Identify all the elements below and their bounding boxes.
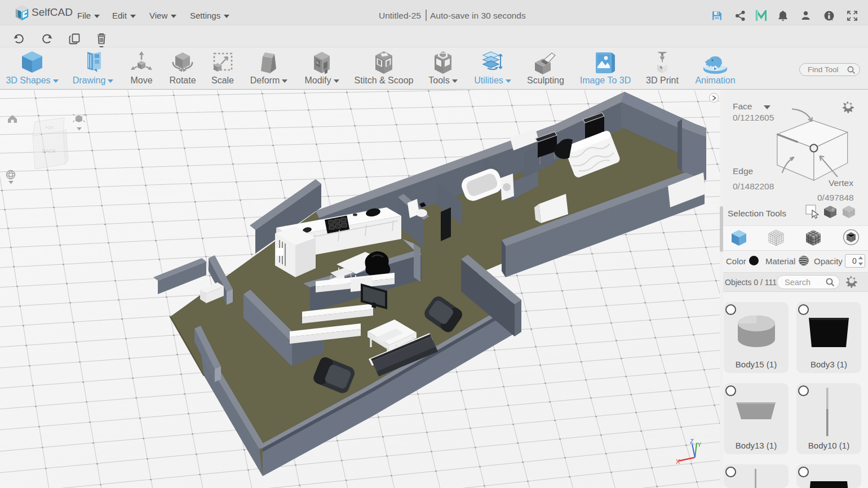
svg-text:↗OX: ↗OX: [44, 125, 54, 130]
svg-text:Y: Y: [697, 441, 702, 448]
svg-text:Z: Z: [690, 438, 694, 445]
svg-text:X: X: [676, 458, 680, 465]
svg-text:BACK: BACK: [42, 148, 56, 154]
